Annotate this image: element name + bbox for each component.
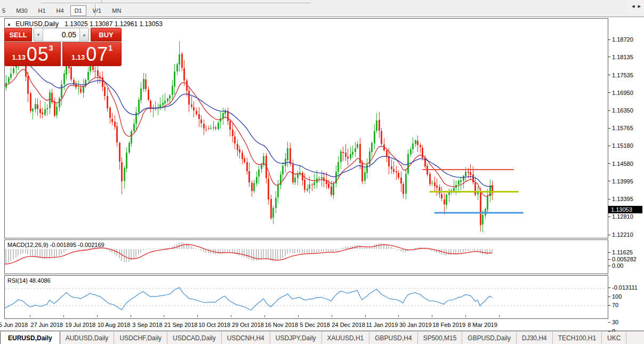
timeframe-M30[interactable]: M30 bbox=[12, 5, 31, 16]
rsi-line bbox=[5, 287, 492, 310]
date-axis-label: 18 Feb 2019 bbox=[432, 322, 465, 328]
tab-SP500-M15[interactable]: SP500,M15 bbox=[418, 332, 463, 344]
tabs-scroll-left-icon[interactable]: ◂ bbox=[632, 3, 635, 10]
timeframe-H4[interactable]: H4 bbox=[52, 5, 68, 16]
rsi-axis-label: 70 bbox=[612, 302, 618, 308]
price-axis-label: 1.12810 bbox=[612, 213, 633, 220]
buy-price-big: 07 bbox=[86, 45, 108, 63]
ma-slow-line[interactable] bbox=[5, 55, 492, 187]
price-axis-label: 1.12210 bbox=[612, 231, 633, 238]
price-axis-tick bbox=[608, 128, 610, 129]
rsi-panel[interactable] bbox=[4, 275, 608, 319]
chart-window: ▲ EURUSD,Daily 1.13025 1.13087 1.12961 1… bbox=[0, 17, 644, 331]
price-axis-label: 1.13995 bbox=[612, 178, 633, 185]
rsi-axis-tick bbox=[608, 322, 610, 323]
date-axis-label: 10 Aug 2018 bbox=[98, 322, 131, 328]
date-axis-label: 5 Jun 2018 bbox=[0, 322, 28, 328]
buy-price-pip: 1 bbox=[108, 44, 112, 52]
tab-AUDUSD-Daily[interactable]: AUDUSD,Daily bbox=[60, 332, 115, 344]
tab-USDCAD-Daily[interactable]: USDCAD,Daily bbox=[167, 332, 222, 344]
volume-input[interactable] bbox=[43, 28, 80, 41]
price-axis-label: 1.18135 bbox=[612, 54, 633, 60]
macd-axis-label: 0.00 bbox=[612, 262, 623, 269]
toolbar-top-edge bbox=[0, 0, 644, 4]
timeframe-5[interactable]: 5 bbox=[0, 5, 10, 16]
price-axis-tick bbox=[608, 235, 610, 235]
macd-axis-tick bbox=[608, 266, 610, 266]
price-axis-tick bbox=[608, 110, 610, 111]
macd-axis-tick bbox=[608, 259, 610, 260]
timeframe-MN[interactable]: MN bbox=[108, 5, 125, 16]
price-axis-tick bbox=[608, 252, 610, 253]
tab-GBPUSD-Daily[interactable]: GBPUSD,Daily bbox=[462, 332, 517, 344]
price-axis-tick bbox=[608, 199, 610, 199]
macd-axis-label: 0.005282 bbox=[612, 256, 637, 262]
price-axis-tick bbox=[608, 217, 610, 217]
tab-USDJPY-Daily[interactable]: USDJPY,Daily bbox=[270, 332, 322, 344]
sell-price-big: 05 bbox=[27, 45, 49, 63]
date-axis-label: 3 Sep 2018 bbox=[132, 322, 162, 328]
collapse-quote-icon[interactable]: ▲ bbox=[7, 22, 11, 27]
date-axis-label: 21 Sep 2018 bbox=[164, 322, 197, 328]
tab-XAUUSD-H1[interactable]: XAUUSD,H1 bbox=[322, 332, 370, 344]
chart-title: ▲ EURUSD,Daily 1.13025 1.13087 1.12961 1… bbox=[7, 20, 163, 28]
price-axis-label: 1.17535 bbox=[612, 72, 633, 78]
timeframe-H1[interactable]: H1 bbox=[34, 5, 50, 16]
chart-symbol-period: EURUSD,Daily bbox=[15, 20, 59, 28]
tab-USDCHF-Daily[interactable]: USDCHF,Daily bbox=[114, 332, 167, 344]
price-axis-tick bbox=[608, 92, 610, 93]
tab-GBPUSD-H4[interactable]: GBPUSD,H4 bbox=[369, 332, 417, 344]
volume-decrease-icon[interactable]: ▼ bbox=[34, 28, 43, 41]
tab-scroll-buttons: ◂ ▸ bbox=[630, 0, 643, 12]
tab-USDCNH-H4[interactable]: USDCNH,H4 bbox=[222, 332, 270, 344]
rsi-axis-tick bbox=[608, 297, 610, 297]
sell-price-prefix: 1.13 bbox=[12, 53, 25, 61]
buy-price-prefix: 1.13 bbox=[71, 53, 85, 61]
price-axis-label: 1.18720 bbox=[612, 36, 633, 43]
price-axis-tick bbox=[608, 57, 610, 57]
price-axis-label: 1.14580 bbox=[612, 161, 633, 167]
date-tick-marks bbox=[30, 315, 499, 317]
price-axis-label: 1.16350 bbox=[612, 107, 633, 114]
window-frame-line bbox=[0, 331, 644, 331]
rsi-axis-tick bbox=[608, 305, 610, 306]
date-axis-label: 16 Nov 2018 bbox=[265, 322, 298, 328]
price-axis-label: 1.13395 bbox=[612, 196, 633, 202]
rsi-label: RSI(14) 48.4086 bbox=[7, 277, 51, 284]
price-axis-label: 1.15180 bbox=[612, 142, 633, 149]
tab-TECH100-H1[interactable]: TECH100,H1 bbox=[553, 332, 602, 344]
toolbar-separator bbox=[95, 4, 97, 16]
one-click-trading-widget: SELL ▼ ▲ BUY 1.13 05 3 1.13 07 1 bbox=[4, 28, 122, 66]
macd-label: MACD(12,26,9) -0.001895 -0.002169 bbox=[7, 242, 104, 248]
date-axis-label: 11 Jan 2019 bbox=[366, 322, 398, 328]
volume-stepper: ▼ ▲ bbox=[34, 28, 89, 42]
current-price-tag: 1.13053 bbox=[608, 206, 642, 213]
volume-increase-icon[interactable]: ▲ bbox=[80, 28, 88, 41]
date-axis-label: 27 Jun 2018 bbox=[31, 322, 63, 328]
date-axis-label: 24 Dec 2018 bbox=[332, 322, 365, 328]
tab-DJ30-H4[interactable]: DJ30,H4 bbox=[517, 332, 553, 344]
price-axis-tick bbox=[608, 75, 610, 75]
candles bbox=[5, 41, 493, 233]
rsi-chart[interactable] bbox=[5, 276, 607, 317]
rsi-axis-label: 30 bbox=[612, 319, 618, 325]
buy-price-button[interactable]: 1.13 07 1 bbox=[62, 42, 122, 66]
price-axis-tick bbox=[608, 39, 610, 40]
toolbar-divider bbox=[41, 3, 311, 3]
sell-price-button[interactable]: 1.13 05 3 bbox=[4, 42, 61, 66]
sell-price-pip: 3 bbox=[49, 44, 53, 52]
chart-ohlc-values: 1.13025 1.13087 1.12961 1.13053 bbox=[65, 20, 163, 28]
timeframe-toolbar: 5M30H1H4D1W1MN bbox=[0, 4, 126, 17]
macd-axis-tick bbox=[608, 287, 610, 288]
date-axis-label: 10 Oct 2018 bbox=[198, 322, 230, 328]
sell-button[interactable]: SELL bbox=[4, 28, 32, 42]
date-axis-label: 30 Jan 2019 bbox=[399, 322, 432, 328]
tab-EURUSD-Daily[interactable]: EURUSD,Daily bbox=[0, 332, 60, 344]
buy-button[interactable]: BUY bbox=[91, 28, 122, 42]
tabs-scroll-right-icon[interactable]: ▸ bbox=[638, 3, 641, 10]
timeframe-D1[interactable]: D1 bbox=[70, 5, 86, 16]
date-axis-label: 19 Jul 2018 bbox=[65, 322, 95, 328]
price-axis-label: 1.16950 bbox=[612, 90, 633, 96]
tab-UKC[interactable]: UKC bbox=[602, 332, 626, 344]
date-axis-label: 29 Oct 2018 bbox=[232, 322, 264, 328]
